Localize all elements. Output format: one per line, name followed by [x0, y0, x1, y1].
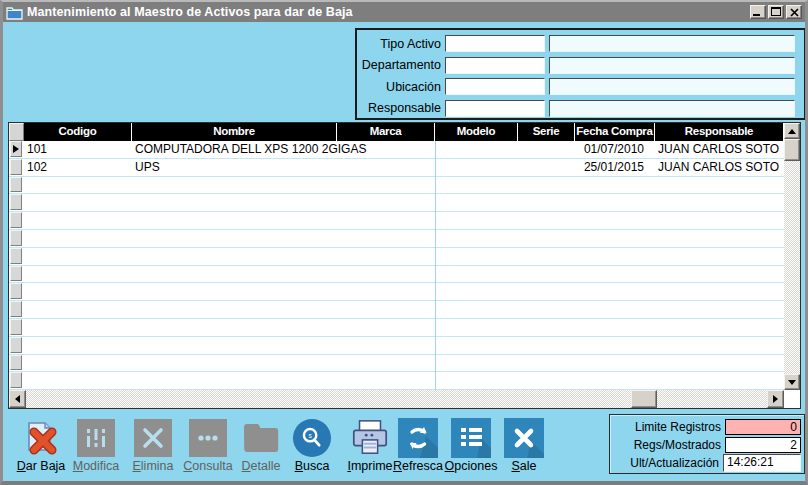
busca-button[interactable]: s Busca: [282, 418, 342, 476]
column-header-codigo[interactable]: Codigo: [24, 123, 132, 141]
maximize-button[interactable]: [768, 5, 784, 19]
scroll-up-button[interactable]: [784, 123, 800, 139]
cell-modelo: [435, 194, 518, 211]
filter-responsable-code-input[interactable]: [445, 100, 545, 117]
minimize-button[interactable]: [750, 5, 766, 19]
filter-label: Responsable: [357, 101, 445, 115]
cell-marca: [337, 372, 435, 389]
cell-codigo: [24, 337, 132, 354]
cell-codigo: [24, 283, 132, 300]
table-row[interactable]: 101COMPUTADORA DELL XPS 1200 2GIGAS01/07…: [9, 141, 784, 159]
close-button[interactable]: [786, 5, 802, 19]
vertical-scroll-thumb[interactable]: [784, 139, 800, 161]
cell-nombre: COMPUTADORA DELL XPS 1200 2GIGAS: [132, 141, 337, 158]
cell-marca: [337, 337, 435, 354]
cell-nombre: [132, 266, 337, 283]
filter-tipo-activo-code-input[interactable]: [445, 35, 545, 52]
cell-modelo: [435, 177, 518, 194]
vertical-scrollbar[interactable]: [784, 123, 800, 390]
row-selector[interactable]: [9, 372, 24, 389]
row-selector[interactable]: [9, 301, 24, 318]
cell-nombre: [132, 194, 337, 211]
row-selector[interactable]: [9, 194, 24, 211]
horizontal-scroll-thumb[interactable]: [631, 390, 657, 408]
cell-marca: [337, 266, 435, 283]
status-value: 2: [725, 437, 801, 453]
cell-codigo: [24, 319, 132, 336]
row-selector[interactable]: [9, 248, 24, 265]
left-arrow-icon: [15, 395, 20, 403]
cell-fecha_compra: [575, 372, 655, 389]
refresca-icon: [398, 418, 438, 458]
row-selector[interactable]: [9, 159, 24, 176]
column-header-responsable[interactable]: Responsable: [655, 123, 784, 141]
filter-ubicaci-n-code-input[interactable]: [445, 78, 545, 95]
cell-responsable: JUAN CARLOS SOTO: [655, 141, 784, 158]
down-arrow-icon: [788, 380, 796, 385]
scroll-right-button[interactable]: [767, 390, 784, 408]
cell-fecha_compra: [575, 319, 655, 336]
row-selector[interactable]: [9, 230, 24, 247]
filter-departamento-code-input[interactable]: [445, 57, 545, 74]
cell-modelo: [435, 337, 518, 354]
cell-modelo: [435, 248, 518, 265]
column-header-modelo[interactable]: Modelo: [435, 123, 518, 141]
scroll-left-button[interactable]: [9, 390, 26, 408]
filter-row: Ubicación: [357, 76, 804, 97]
cell-responsable: [655, 194, 784, 211]
opciones-button[interactable]: Opciones: [441, 418, 501, 476]
column-header-nombre[interactable]: Nombre: [132, 123, 337, 141]
filter-ubicaci-n-description-input[interactable]: [549, 78, 795, 95]
toolbar-button-label: Elimina: [123, 459, 183, 473]
cell-modelo: [435, 212, 518, 229]
scroll-down-button[interactable]: [784, 374, 800, 390]
sale-button[interactable]: Sale: [494, 418, 554, 476]
grid-vertical-gridline: [435, 141, 436, 390]
cell-responsable: [655, 212, 784, 229]
column-header-fecha_compra[interactable]: Fecha Compra: [575, 123, 655, 141]
status-panel: Limite Registros 0 Regs/Mostrados 2 Ult/…: [609, 414, 805, 474]
table-row[interactable]: 102UPS25/01/2015JUAN CARLOS SOTO: [9, 159, 784, 177]
dar-baja-button[interactable]: Dar Baja: [11, 418, 71, 476]
cell-codigo: [24, 301, 132, 318]
cell-marca: [337, 141, 435, 158]
row-selector[interactable]: [9, 212, 24, 229]
modifica-button[interactable]: Modifica: [66, 418, 126, 476]
cell-modelo: [435, 319, 518, 336]
cell-serie: [518, 319, 575, 336]
row-selector[interactable]: [9, 283, 24, 300]
filter-responsable-description-input[interactable]: [549, 100, 795, 117]
cell-modelo: [435, 266, 518, 283]
table-row-empty: [9, 283, 784, 301]
cell-fecha_compra: 01/07/2010: [575, 141, 655, 158]
up-arrow-icon: [788, 129, 796, 134]
cell-nombre: [132, 337, 337, 354]
elimina-button[interactable]: Elimina: [123, 418, 183, 476]
row-selector[interactable]: [9, 337, 24, 354]
cell-codigo: 102: [24, 159, 132, 176]
cell-codigo: [24, 266, 132, 283]
column-header-marca[interactable]: Marca: [337, 123, 435, 141]
consulta-icon: [188, 418, 228, 458]
filter-departamento-description-input[interactable]: [549, 57, 795, 74]
row-selector[interactable]: [9, 355, 24, 372]
row-selector[interactable]: [9, 141, 24, 158]
cell-marca: [337, 230, 435, 247]
filter-tipo-activo-description-input[interactable]: [549, 35, 795, 52]
toolbar-button-label: Sale: [494, 459, 554, 473]
cell-codigo: [24, 230, 132, 247]
row-selector[interactable]: [9, 319, 24, 336]
column-header-serie[interactable]: Serie: [518, 123, 575, 141]
table-row-empty: [9, 177, 784, 195]
cell-fecha_compra: [575, 301, 655, 318]
refresca-button[interactable]: Refresca: [388, 418, 448, 476]
cell-marca: [337, 212, 435, 229]
consulta-button[interactable]: Consulta: [178, 418, 238, 476]
row-selector[interactable]: [9, 266, 24, 283]
detalle-icon: [241, 418, 281, 458]
cell-fecha_compra: 25/01/2015: [575, 159, 655, 176]
cell-fecha_compra: [575, 248, 655, 265]
horizontal-scrollbar[interactable]: [9, 390, 784, 408]
row-selector[interactable]: [9, 177, 24, 194]
cell-modelo: [435, 355, 518, 372]
